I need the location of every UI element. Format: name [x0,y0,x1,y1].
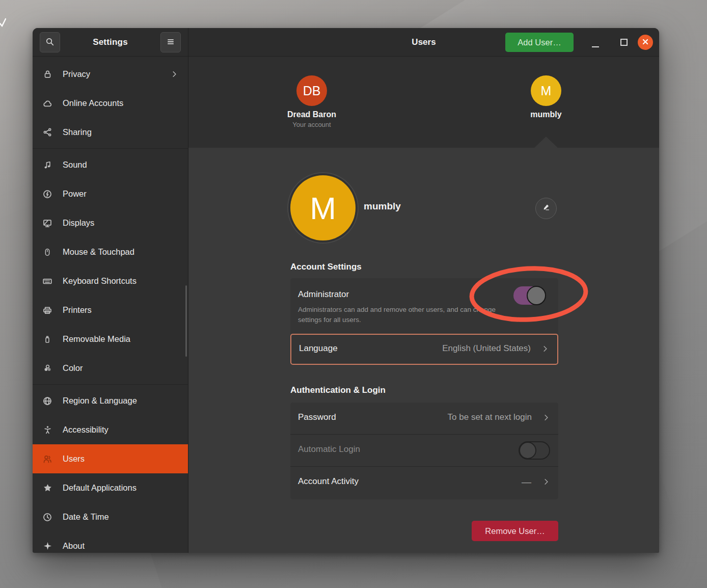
sidebar-item-privacy[interactable]: Privacy [33,60,188,89]
globe-icon [41,394,54,408]
sidebar-item-keyboard-shortcuts[interactable]: Keyboard Shortcuts [33,266,188,296]
automatic-login-toggle[interactable] [519,441,550,460]
avatar: DB [296,75,327,106]
administrator-label: Administrator [298,289,349,300]
sidebar-item-power[interactable]: Power [33,179,188,208]
chevron-right-icon [541,345,549,355]
account-activity-row[interactable]: Account Activity — [290,467,558,499]
hamburger-menu-button[interactable] [160,32,181,52]
star-icon [41,482,54,495]
usb-drive-icon [41,333,54,346]
sidebar-item-region-language[interactable]: Region & Language [33,386,188,415]
chevron-right-icon [168,68,181,81]
automatic-login-label: Automatic Login [298,444,360,455]
users-icon [41,452,54,466]
toggle-knob [519,442,536,459]
page-title: Users [188,28,659,57]
remove-user-button[interactable]: Remove User… [472,521,558,541]
settings-window: Settings Privacy Online Accounts [33,28,659,553]
account-activity-label: Account Activity [298,476,359,487]
profile-name: mumbly [364,201,401,212]
edit-avatar-button[interactable] [535,198,557,219]
clock-icon [41,511,54,524]
sidebar-item-default-applications[interactable]: Default Applications [33,473,188,502]
sidebar-header: Settings [33,28,188,57]
language-row[interactable]: Language English (United States) [290,334,558,365]
user-card-dread-baron[interactable]: DB Dread Baron Your account [271,57,352,128]
sidebar-item-mouse-touchpad[interactable]: Mouse & Touchpad [33,237,188,266]
add-user-button[interactable]: Add User… [505,33,574,52]
administrator-description: Administrators can add and remove other … [298,305,502,325]
user-card-mumbly[interactable]: M mumbly [505,57,587,119]
avatar[interactable]: M [290,175,356,240]
desktop-background: Settings Privacy Online Accounts [0,0,707,588]
password-row[interactable]: Password To be set at next login [290,403,558,435]
sidebar-scrollbar[interactable] [185,285,187,357]
section-heading-account-settings: Account Settings [290,262,362,272]
chevron-right-icon [542,414,550,423]
administrator-toggle[interactable] [513,286,544,305]
music-note-icon [41,158,54,172]
sparkle-icon [41,540,54,553]
chevron-right-icon [542,478,550,488]
sidebar-item-online-accounts[interactable]: Online Accounts [33,89,188,118]
password-label: Password [298,412,336,422]
maximize-button[interactable] [620,39,628,46]
main-panel: Users Add User… DB Dread Baron Your acc [188,28,659,553]
selected-user-pointer [534,137,558,148]
sidebar-item-users[interactable]: Users [33,444,188,473]
power-icon [41,188,54,201]
minimize-button[interactable] [589,37,602,49]
user-subtitle: Your account [271,121,352,128]
section-heading-authentication: Authentication & Login [290,385,386,395]
sidebar: Settings Privacy Online Accounts [33,28,188,553]
sidebar-item-removable-media[interactable]: Removable Media [33,325,188,354]
main-header: Users Add User… [188,28,659,57]
toggle-knob [527,286,546,305]
avatar: M [531,75,561,106]
desktop-artifact-mark [0,17,6,29]
sidebar-divider [33,148,188,149]
sidebar-divider [33,384,188,385]
sidebar-item-sharing[interactable]: Sharing [33,118,188,147]
language-value: English (United States) [442,343,531,354]
sidebar-item-about[interactable]: About [33,531,188,553]
sidebar-item-sound[interactable]: Sound [33,150,188,179]
sidebar-item-date-time[interactable]: Date & Time [33,502,188,531]
pencil-icon [542,203,551,214]
administrator-row: Administrator Administrators can add and… [290,278,558,334]
keyboard-icon [41,275,54,288]
sidebar-item-printers[interactable]: Printers [33,296,188,325]
color-icon [41,362,54,375]
sidebar-item-displays[interactable]: Displays [33,208,188,237]
language-label: Language [299,343,338,354]
user-name: Dread Baron [271,110,352,119]
close-button[interactable] [638,35,653,50]
sidebar-nav: Privacy Online Accounts Sharing Sound [33,57,188,553]
user-carousel: DB Dread Baron Your account M mumbly [188,57,659,148]
lock-icon [41,68,54,81]
close-icon [642,38,649,47]
hamburger-menu-icon [166,37,175,48]
user-detail-panel: M mumbly Account Settings Administrator … [188,148,659,553]
mouse-icon [41,246,54,259]
sidebar-item-color[interactable]: Color [33,354,188,383]
user-name: mumbly [505,110,587,119]
account-activity-value: — [522,476,531,488]
automatic-login-row: Automatic Login [290,435,558,467]
sidebar-item-accessibility[interactable]: Accessibility [33,415,188,444]
printer-icon [41,304,54,317]
share-icon [41,126,54,139]
password-value: To be set at next login [448,412,532,422]
display-icon [41,217,54,230]
authentication-card: Password To be set at next login Automat… [290,403,558,499]
accessibility-icon [41,423,54,437]
cloud-icon [41,97,54,110]
